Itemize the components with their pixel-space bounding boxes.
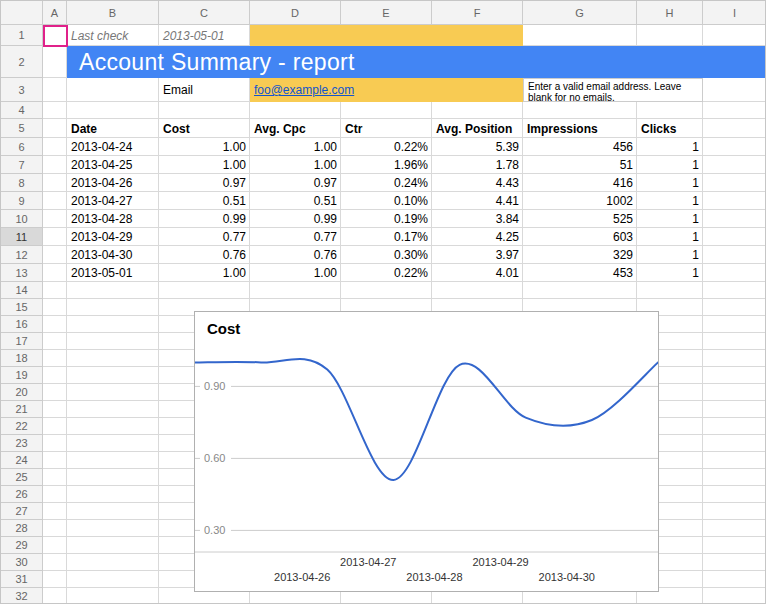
cell-A11[interactable] (43, 228, 67, 246)
cell-B3[interactable] (67, 78, 159, 102)
table-cell-r13-avg-position[interactable]: 4.01 (432, 264, 523, 282)
column-header-C[interactable]: C (159, 1, 250, 25)
cell-I1[interactable] (703, 25, 766, 46)
row-header-4[interactable]: 4 (1, 102, 43, 119)
cell-B15[interactable] (67, 299, 159, 316)
table-header-date[interactable]: Date (67, 119, 159, 138)
column-header-E[interactable]: E (341, 1, 432, 25)
row-header-12[interactable]: 12 (1, 246, 43, 264)
table-cell-r8-ctr[interactable]: 0.24% (341, 174, 432, 192)
cell-I5[interactable] (703, 119, 766, 138)
cell-B31[interactable] (67, 571, 159, 588)
cell-last-check-value[interactable]: 2013-05-01 (159, 25, 250, 46)
cell-I29[interactable] (703, 537, 766, 554)
table-cell-r9-ctr[interactable]: 0.10% (341, 192, 432, 210)
cell-I8[interactable] (703, 174, 766, 192)
table-cell-r6-ctr[interactable]: 0.22% (341, 138, 432, 156)
cell-A25[interactable] (43, 469, 67, 486)
row-header-23[interactable]: 23 (1, 435, 43, 452)
cell-A32[interactable] (43, 588, 67, 604)
table-cell-r10-date[interactable]: 2013-04-28 (67, 210, 159, 228)
row-header-30[interactable]: 30 (1, 554, 43, 571)
cell-A2[interactable] (43, 46, 67, 78)
cell-D4[interactable] (250, 102, 341, 119)
cell-G14[interactable] (523, 282, 637, 299)
cell-A20[interactable] (43, 384, 67, 401)
cell-D14[interactable] (250, 282, 341, 299)
cell-C4[interactable] (159, 102, 250, 119)
table-cell-r9-clicks[interactable]: 1 (637, 192, 703, 210)
row-header-20[interactable]: 20 (1, 384, 43, 401)
row-header-21[interactable]: 21 (1, 401, 43, 418)
table-cell-r12-avg-cpc[interactable]: 0.76 (250, 246, 341, 264)
table-cell-r13-avg-cpc[interactable]: 1.00 (250, 264, 341, 282)
cell-A30[interactable] (43, 554, 67, 571)
cell-A31[interactable] (43, 571, 67, 588)
table-cell-r10-cost[interactable]: 0.99 (159, 210, 250, 228)
cell-A29[interactable] (43, 537, 67, 554)
cell-A6[interactable] (43, 138, 67, 156)
row-header-28[interactable]: 28 (1, 520, 43, 537)
cell-B24[interactable] (67, 452, 159, 469)
column-header-A[interactable]: A (43, 1, 67, 25)
table-header-ctr[interactable]: Ctr (341, 119, 432, 138)
cell-A13[interactable] (43, 264, 67, 282)
column-header-F[interactable]: F (432, 1, 523, 25)
cell-I21[interactable] (703, 401, 766, 418)
cell-A22[interactable] (43, 418, 67, 435)
table-cell-r8-date[interactable]: 2013-04-26 (67, 174, 159, 192)
table-cell-r12-clicks[interactable]: 1 (637, 246, 703, 264)
cell-B14[interactable] (67, 282, 159, 299)
cell-B29[interactable] (67, 537, 159, 554)
cell-B26[interactable] (67, 486, 159, 503)
cell-I20[interactable] (703, 384, 766, 401)
cell-I13[interactable] (703, 264, 766, 282)
cell-I4[interactable] (703, 102, 766, 119)
cell-I12[interactable] (703, 246, 766, 264)
cell-A12[interactable] (43, 246, 67, 264)
table-header-avg-cpc[interactable]: Avg. Cpc (250, 119, 341, 138)
table-cell-r7-clicks[interactable]: 1 (637, 156, 703, 174)
cell-I27[interactable] (703, 503, 766, 520)
cell-F14[interactable] (432, 282, 523, 299)
report-title-banner[interactable]: Account Summary - report (67, 46, 766, 78)
cell-I6[interactable] (703, 138, 766, 156)
column-header-B[interactable]: B (67, 1, 159, 25)
row-header-8[interactable]: 8 (1, 174, 43, 192)
cell-highlighted-d1-f1[interactable] (250, 25, 523, 46)
table-cell-r10-impressions[interactable]: 525 (523, 210, 637, 228)
cell-I14[interactable] (703, 282, 766, 299)
cell-I10[interactable] (703, 210, 766, 228)
row-header-13[interactable]: 13 (1, 264, 43, 282)
table-cell-r11-ctr[interactable]: 0.17% (341, 228, 432, 246)
table-cell-r9-avg-cpc[interactable]: 0.51 (250, 192, 341, 210)
email-link[interactable]: foo@example.com (254, 83, 354, 97)
cell-I25[interactable] (703, 469, 766, 486)
table-cell-r13-cost[interactable]: 1.00 (159, 264, 250, 282)
table-cell-r12-ctr[interactable]: 0.30% (341, 246, 432, 264)
cell-H1[interactable] (637, 25, 703, 46)
cell-G1[interactable] (523, 25, 637, 46)
cell-I3[interactable] (703, 78, 766, 102)
cell-I26[interactable] (703, 486, 766, 503)
table-cell-r13-clicks[interactable]: 1 (637, 264, 703, 282)
table-cell-r13-ctr[interactable]: 0.22% (341, 264, 432, 282)
row-header-3[interactable]: 3 (1, 78, 43, 102)
row-header-31[interactable]: 31 (1, 571, 43, 588)
cell-I28[interactable] (703, 520, 766, 537)
cell-B27[interactable] (67, 503, 159, 520)
table-cell-r9-impressions[interactable]: 1002 (523, 192, 637, 210)
table-header-clicks[interactable]: Clicks (637, 119, 703, 138)
row-header-26[interactable]: 26 (1, 486, 43, 503)
table-cell-r10-ctr[interactable]: 0.19% (341, 210, 432, 228)
cell-A4[interactable] (43, 102, 67, 119)
table-cell-r11-date[interactable]: 2013-04-29 (67, 228, 159, 246)
table-cell-r8-clicks[interactable]: 1 (637, 174, 703, 192)
table-cell-r10-clicks[interactable]: 1 (637, 210, 703, 228)
table-cell-r12-date[interactable]: 2013-04-30 (67, 246, 159, 264)
row-header-10[interactable]: 10 (1, 210, 43, 228)
cell-G4[interactable] (523, 102, 637, 119)
cell-I15[interactable] (703, 299, 766, 316)
cell-B16[interactable] (67, 316, 159, 333)
cell-I32[interactable] (703, 588, 766, 604)
